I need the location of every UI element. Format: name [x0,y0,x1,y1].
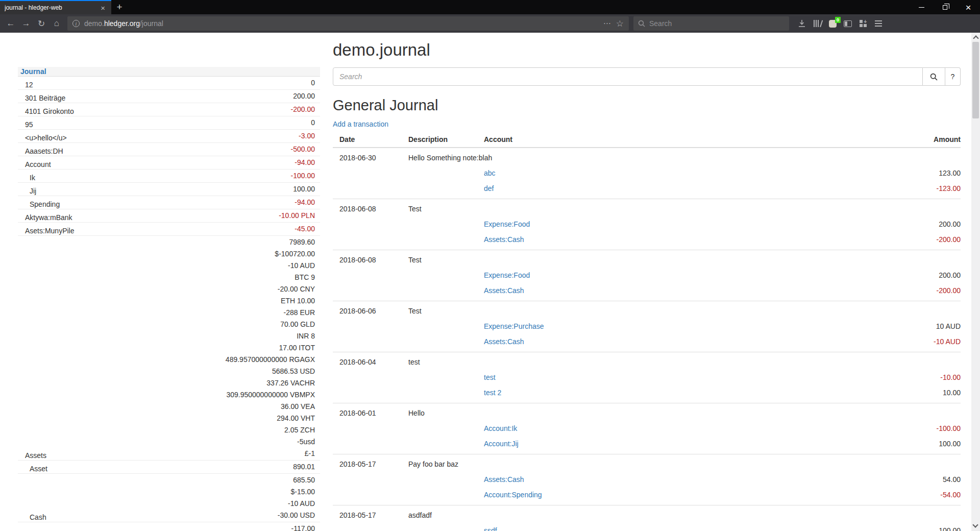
add-transaction-link[interactable]: Add a transaction [333,120,388,128]
scroll-down-icon[interactable] [972,522,978,527]
tab-close-icon[interactable]: × [99,4,107,12]
browser-navbar: ← → ↻ ⌂ i demo.hledger.org/journal ⋯ ☆ S… [0,14,980,33]
posting-account-link: Expense:Purchase [484,322,544,330]
forward-button[interactable]: → [18,16,34,31]
txn-date: 2018-06-30 [333,154,408,162]
account-balance: 0 [135,116,320,130]
back-button[interactable]: ← [3,16,18,31]
txn-date: 2018-05-17 [333,460,408,468]
posting-amount: 123.00 [939,169,961,177]
posting-account-link: def [484,184,494,192]
account-balance: 7989.60 $-100720.00 -10 AUD BTC 9 -20.00… [135,236,320,461]
col-account: Account [484,135,934,143]
minimize-icon [919,7,924,8]
txn-description: Test [408,256,961,264]
search-icon [930,73,938,81]
posting-amount: 100.00 [939,526,961,531]
reload-button[interactable]: ↻ [34,16,49,31]
downloads-button[interactable] [794,16,810,31]
account-row: Jij100.00 [18,183,320,196]
account-link: Assets [25,451,46,460]
txn-description: test [408,358,961,366]
extension-button[interactable]: 0 [825,16,840,31]
transaction: 2018-05-17Pay foo bar baz Assets:Cash54.… [333,454,961,505]
screenshots-button[interactable]: + [855,16,871,31]
posting-account-link: Assets:Cash [484,337,524,346]
account-link: 301 Beiträge [25,94,65,102]
txn-description: Test [408,205,961,213]
sidebar-toggle-button[interactable] [840,16,855,31]
account-link: Jij [30,187,36,195]
account-row: Account-94.00 [18,156,320,170]
site-info-icon[interactable]: i [72,20,80,27]
journal-search-input[interactable] [333,67,923,86]
account-link: Spending [30,200,60,208]
posting-amount: -10.00 [940,373,961,381]
transaction: 2018-06-08Test Expense:Food200.00 Assets… [333,199,961,250]
accounts-sidebar: Journal 120 301 Beiträge200.00 4101 Giro… [18,67,320,531]
account-link: Cash [30,513,46,521]
library-icon [814,20,821,27]
txn-date: 2018-05-17 [333,511,408,519]
restore-icon [943,5,947,10]
account-row: Assets7989.60 $-100720.00 -10 AUD BTC 9 … [18,236,320,461]
account-balance: 100.00 [135,183,320,196]
sidebar-journal-header[interactable]: Journal [18,67,320,77]
account-link: Aaasets:DH [25,147,63,155]
window-minimize-button[interactable] [910,0,933,14]
home-button[interactable]: ⌂ [49,16,64,31]
account-row: Asets:MunyPile-45.00 [18,223,320,236]
transaction: 2018-06-04test test-10.00 test 210.00 [333,352,961,403]
account-balance: 0 [135,77,320,90]
posting-amount: -200.00 [937,235,961,244]
account-balance: -117.00 [135,522,320,531]
scrollbar-thumb[interactable] [972,42,979,118]
tab-title: journal - hledger-web [5,4,99,11]
posting-amount: 100.00 [939,440,961,448]
posting-amount: 10 AUD [936,322,961,330]
page-content: Journal 120 301 Beiträge200.00 4101 Giro… [0,33,980,531]
account-link: 95 [25,120,33,129]
account-link: 12 [25,81,33,89]
account-link: Ik [30,174,35,182]
account-link: Account [25,160,51,168]
posting-amount: 54.00 [943,475,961,484]
account-balance: 200.00 [135,90,320,103]
grid-plus-icon: + [860,20,867,28]
vertical-scrollbar[interactable] [971,33,980,531]
posting-account-link: test [484,373,496,381]
txn-description: Pay foo bar baz [408,460,961,468]
browser-search-field[interactable]: Search [633,16,789,31]
txn-description: asdfadf [408,511,961,519]
posting-account-link: Assets:Cash [484,475,524,484]
scroll-up-icon[interactable] [973,35,978,41]
col-description: Description [408,135,484,143]
account-balance: -10.00 PLN [135,209,320,223]
transaction: 2018-06-30Hello Something note:blah abc1… [333,148,961,199]
journal-heading: General Journal [333,96,961,114]
new-tab-button[interactable]: + [111,0,128,14]
window-close-button[interactable]: × [957,0,980,14]
account-row: 301 Beiträge200.00 [18,90,320,103]
window-restore-button[interactable] [933,0,957,14]
page-actions-icon[interactable]: ⋯ [603,19,611,28]
account-row: -117.00 [18,522,320,531]
col-amount: Amount [934,135,961,143]
transaction: 2018-05-17asdfadf ssdf100.00 tttt-100.00 [333,505,961,531]
txn-date: 2018-06-06 [333,307,408,315]
search-submit-button[interactable] [923,67,945,86]
browser-tab[interactable]: journal - hledger-web × [0,0,111,14]
menu-button[interactable] [871,16,886,31]
posting-amount: 200.00 [939,220,961,228]
page-title: demo.journal [333,39,961,61]
txn-date: 2018-06-08 [333,256,408,264]
account-row: <u>hello</u>-3.00 [18,130,320,143]
library-button[interactable] [810,16,825,31]
url-bar[interactable]: i demo.hledger.org/journal ⋯ ☆ [67,16,629,31]
search-help-button[interactable]: ? [945,67,961,86]
titlebar-spacer [128,0,910,14]
posting-account-link: Account:Spending [484,491,542,499]
account-link: Aktywa:mBank [25,213,72,222]
account-link: <u>hello</u> [25,134,67,142]
bookmark-star-icon[interactable]: ☆ [616,18,624,29]
